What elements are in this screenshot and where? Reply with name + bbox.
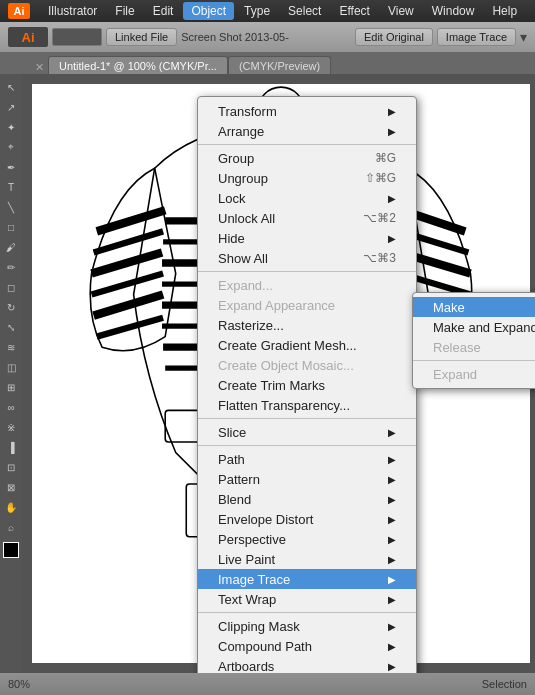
menu-item-rasterize[interactable]: Rasterize... (198, 315, 416, 335)
submenu-arrow: ▶ (388, 126, 396, 137)
gradient-tool[interactable]: ◫ (2, 358, 20, 376)
menu-item-object-mosaic[interactable]: Create Object Mosaic... (198, 355, 416, 375)
menu-item-trim-marks[interactable]: Create Trim Marks (198, 375, 416, 395)
svg-line-4 (94, 295, 163, 316)
tab-untitled[interactable]: Untitled-1* @ 100% (CMYK/Pr... (48, 56, 228, 74)
image-trace-submenu[interactable]: Make Make and Expand Release Expand (412, 292, 535, 389)
menu-select[interactable]: Select (280, 2, 329, 20)
submenu-item-make[interactable]: Make (413, 297, 535, 317)
menu-item-text-wrap[interactable]: Text Wrap ▶ (198, 589, 416, 609)
menu-file[interactable]: File (107, 2, 142, 20)
direct-selection-tool[interactable]: ↗ (2, 98, 20, 116)
rotate-tool[interactable]: ↻ (2, 298, 20, 316)
image-trace-button[interactable]: Image Trace (437, 28, 516, 46)
status-info: Selection (482, 678, 527, 690)
magic-wand-tool[interactable]: ✦ (2, 118, 20, 136)
submenu-item-make-and-expand[interactable]: Make and Expand (413, 317, 535, 337)
hand-tool[interactable]: ✋ (2, 498, 20, 516)
rect-tool[interactable]: □ (2, 218, 20, 236)
scale-tool[interactable]: ⤡ (2, 318, 20, 336)
column-graph-tool[interactable]: ▐ (2, 438, 20, 456)
menu-item-clipping-mask[interactable]: Clipping Mask ▶ (198, 616, 416, 636)
submenu-arrow: ▶ (388, 641, 396, 652)
menu-item-artboards[interactable]: Artboards ▶ (198, 656, 416, 673)
menu-item-hide[interactable]: Hide ▶ (198, 228, 416, 248)
main-area: ↖ ↗ ✦ ⌖ ✒ T ╲ □ 🖌 ✏ ◻ ↻ ⤡ ≋ ◫ ⊞ ∞ ※ ▐ ⊡ … (0, 74, 535, 673)
menu-item-expand[interactable]: Expand... (198, 275, 416, 295)
menu-item-path[interactable]: Path ▶ (198, 449, 416, 469)
screenshot-label: Screen Shot 2013-05- (181, 31, 289, 43)
submenu-arrow: ▶ (388, 554, 396, 565)
slice-tool[interactable]: ⊠ (2, 478, 20, 496)
blend-tool[interactable]: ∞ (2, 398, 20, 416)
shortcut: ⇧⌘G (365, 171, 396, 185)
zoom-level[interactable]: 80% (8, 678, 30, 690)
object-menu[interactable]: Transform ▶ Arrange ▶ Group ⌘G Ungroup ⇧… (197, 96, 417, 673)
pencil-tool[interactable]: ✏ (2, 258, 20, 276)
menu-item-show-all[interactable]: Show All ⌥⌘3 (198, 248, 416, 268)
edit-original-button[interactable]: Edit Original (355, 28, 433, 46)
pen-tool[interactable]: ✒ (2, 158, 20, 176)
svg-line-2 (92, 252, 163, 273)
left-toolbar: ↖ ↗ ✦ ⌖ ✒ T ╲ □ 🖌 ✏ ◻ ↻ ⤡ ≋ ◫ ⊞ ∞ ※ ▐ ⊡ … (0, 74, 22, 673)
menu-item-ungroup[interactable]: Ungroup ⇧⌘G (198, 168, 416, 188)
menu-edit[interactable]: Edit (145, 2, 182, 20)
menu-item-group[interactable]: Group ⌘G (198, 148, 416, 168)
submenu-arrow: ▶ (388, 427, 396, 438)
menu-item-pattern[interactable]: Pattern ▶ (198, 469, 416, 489)
menu-item-flatten-transparency[interactable]: Flatten Transparency... (198, 395, 416, 415)
menu-item-gradient-mesh[interactable]: Create Gradient Mesh... (198, 335, 416, 355)
canvas-area: Transform ▶ Arrange ▶ Group ⌘G Ungroup ⇧… (22, 74, 535, 673)
submenu-item-release[interactable]: Release (413, 337, 535, 357)
menu-item-arrange[interactable]: Arrange ▶ (198, 121, 416, 141)
menu-item-live-paint[interactable]: Live Paint ▶ (198, 549, 416, 569)
eraser-tool[interactable]: ◻ (2, 278, 20, 296)
menu-item-slice[interactable]: Slice ▶ (198, 422, 416, 442)
menu-effect[interactable]: Effect (331, 2, 377, 20)
paintbrush-tool[interactable]: 🖌 (2, 238, 20, 256)
mini-icons (52, 28, 102, 46)
type-tool[interactable]: T (2, 178, 20, 196)
close-tab-icon[interactable]: ✕ (35, 61, 44, 74)
zoom-tool[interactable]: ⌕ (2, 518, 20, 536)
menu-item-expand-appearance[interactable]: Expand Appearance (198, 295, 416, 315)
submenu-arrow: ▶ (388, 534, 396, 545)
menu-object[interactable]: Object (183, 2, 234, 20)
status-bar: 80% Selection (0, 673, 535, 695)
menu-item-blend[interactable]: Blend ▶ (198, 489, 416, 509)
artboard-tool[interactable]: ⊡ (2, 458, 20, 476)
menu-item-lock[interactable]: Lock ▶ (198, 188, 416, 208)
menu-illustrator[interactable]: Illustrator (40, 2, 105, 20)
submenu-arrow: ▶ (388, 514, 396, 525)
lasso-tool[interactable]: ⌖ (2, 138, 20, 156)
linked-file-button[interactable]: Linked File (106, 28, 177, 46)
menu-view[interactable]: View (380, 2, 422, 20)
submenu-arrow: ▶ (388, 454, 396, 465)
submenu-arrow: ▶ (388, 594, 396, 605)
selection-tool[interactable]: ↖ (2, 78, 20, 96)
submenu-arrow: ▶ (388, 621, 396, 632)
menu-bar: Ai Illustrator File Edit Object Type Sel… (0, 0, 535, 22)
submenu-arrow: ▶ (388, 661, 396, 672)
submenu-arrow: ▶ (388, 193, 396, 204)
fill-color[interactable] (3, 542, 19, 558)
menu-help[interactable]: Help (484, 2, 525, 20)
image-trace-dropdown-arrow[interactable]: ▾ (520, 29, 527, 45)
separator (413, 360, 535, 361)
tab-preview[interactable]: (CMYK/Preview) (228, 56, 331, 74)
menu-window[interactable]: Window (424, 2, 483, 20)
menu-item-compound-path[interactable]: Compound Path ▶ (198, 636, 416, 656)
symbol-tool[interactable]: ※ (2, 418, 20, 436)
menu-item-image-trace[interactable]: Image Trace ▶ (198, 569, 416, 589)
menu-item-transform[interactable]: Transform ▶ (198, 101, 416, 121)
menu-item-envelope-distort[interactable]: Envelope Distort ▶ (198, 509, 416, 529)
menu-item-perspective[interactable]: Perspective ▶ (198, 529, 416, 549)
menu-item-unlock-all[interactable]: Unlock All ⌥⌘2 (198, 208, 416, 228)
separator (198, 445, 416, 446)
mesh-tool[interactable]: ⊞ (2, 378, 20, 396)
separator (198, 144, 416, 145)
menu-type[interactable]: Type (236, 2, 278, 20)
submenu-item-expand[interactable]: Expand (413, 364, 535, 384)
warp-tool[interactable]: ≋ (2, 338, 20, 356)
line-tool[interactable]: ╲ (2, 198, 20, 216)
